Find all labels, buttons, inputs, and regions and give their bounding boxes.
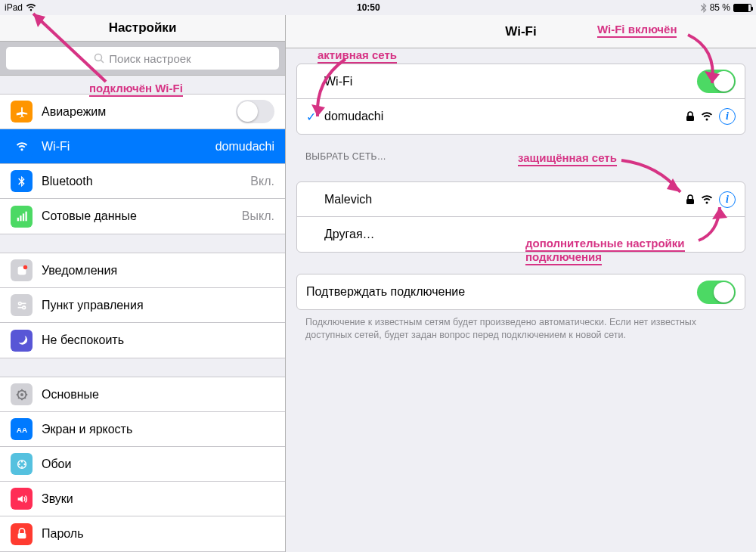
lock-icon xyxy=(686,111,695,122)
svg-rect-20 xyxy=(17,533,26,538)
sidebar-item-value: domudachi xyxy=(215,140,274,154)
sidebar-item-airplane[interactable]: Авиарежим xyxy=(0,95,285,129)
sidebar-item-cellular[interactable]: Сотовые данныеВыкл. xyxy=(0,199,285,234)
bluetooth-icon xyxy=(11,170,33,192)
annotation-more-settings: дополнительные настройки подключения xyxy=(525,237,685,264)
sidebar-item-value: Выкл. xyxy=(242,209,274,223)
svg-point-13 xyxy=(20,393,23,396)
svg-point-16 xyxy=(20,461,22,462)
bluetooth-status-icon xyxy=(701,3,707,13)
clock: 10:50 xyxy=(36,2,701,13)
dnd-icon xyxy=(11,330,33,352)
svg-point-10 xyxy=(22,305,25,309)
annotation-wifi-connected: подключён Wi-Fi xyxy=(89,82,183,95)
wifi-icon xyxy=(11,135,33,157)
sidebar-item-label: Основные xyxy=(42,388,274,402)
svg-rect-3 xyxy=(20,216,21,221)
svg-marker-28 xyxy=(712,207,727,219)
sidebar-item-label: Bluetooth xyxy=(42,175,244,188)
sidebar-item-general[interactable]: Основные xyxy=(0,377,285,412)
annotation-wifi-on: Wi-Fi включён xyxy=(597,23,677,36)
svg-point-7 xyxy=(23,265,26,268)
wifi-strength-icon xyxy=(701,112,713,121)
display-icon: AA xyxy=(11,418,33,440)
airplane-icon xyxy=(11,101,33,122)
svg-rect-21 xyxy=(686,116,694,121)
annotation-active-network: активная сеть xyxy=(318,48,397,61)
svg-rect-2 xyxy=(17,218,18,222)
cellular-icon xyxy=(11,206,33,228)
battery-icon xyxy=(733,4,751,12)
svg-point-19 xyxy=(18,463,20,464)
toggle[interactable] xyxy=(236,100,274,123)
svg-rect-4 xyxy=(22,213,23,221)
sidebar-item-sounds[interactable]: Звуки xyxy=(0,482,285,516)
sidebar-item-label: Авиарежим xyxy=(42,105,236,119)
sidebar-item-label: Сотовые данные xyxy=(42,209,236,223)
svg-marker-25 xyxy=(311,104,325,116)
sidebar-item-label: Обои xyxy=(42,457,274,471)
sidebar-item-label: Wi-Fi xyxy=(42,140,209,154)
notify-icon xyxy=(11,259,33,281)
sidebar-item-label: Экран и яркость xyxy=(42,423,274,436)
sidebar-item-value: Вкл. xyxy=(250,175,274,188)
sidebar-item-label: Пароль xyxy=(42,527,274,541)
svg-marker-26 xyxy=(705,71,720,83)
sidebar-item-control[interactable]: Пункт управления xyxy=(0,288,285,323)
svg-point-18 xyxy=(20,466,22,467)
sidebar-item-passcode[interactable]: Пароль xyxy=(0,516,285,551)
svg-text:AA: AA xyxy=(16,425,26,433)
passcode-icon xyxy=(11,523,33,545)
sidebar-item-wallpaper[interactable]: Обои xyxy=(0,447,285,482)
sidebar-item-wifi[interactable]: Wi-Fidomudachi xyxy=(0,129,285,164)
ask-to-join-row[interactable]: Подтверждать подключение xyxy=(297,274,745,309)
wifi-master-row[interactable]: Wi-Fi xyxy=(297,64,745,99)
sidebar-item-label: Уведомления xyxy=(42,264,274,278)
sidebar-item-dnd[interactable]: Не беспокоить xyxy=(0,323,285,358)
general-icon xyxy=(11,383,33,405)
sidebar-item-label: Пункт управления xyxy=(42,299,274,312)
battery-percent: 85 % xyxy=(710,2,730,13)
svg-rect-5 xyxy=(25,212,26,222)
info-button[interactable]: i xyxy=(719,108,736,125)
sidebar-item-label: Не беспокоить xyxy=(42,333,274,347)
sidebar-item-notify[interactable]: Уведомления xyxy=(0,253,285,288)
sounds-icon xyxy=(11,488,33,510)
ask-toggle[interactable] xyxy=(697,281,736,304)
control-icon xyxy=(11,294,33,316)
annotation-secured: защищённая сеть xyxy=(518,151,617,164)
svg-point-17 xyxy=(23,463,25,464)
sidebar-item-bluetooth[interactable]: BluetoothВкл. xyxy=(0,164,285,199)
sidebar-item-label: Звуки xyxy=(42,492,274,506)
wallpaper-icon xyxy=(11,453,33,475)
sidebar-item-display[interactable]: AAЭкран и яркость xyxy=(0,412,285,447)
svg-point-8 xyxy=(18,302,21,305)
connected-network-row[interactable]: ✓ domudachi i xyxy=(297,99,745,134)
ask-footer: Подключение к известным сетям будет прои… xyxy=(305,316,736,342)
svg-line-23 xyxy=(33,14,106,82)
